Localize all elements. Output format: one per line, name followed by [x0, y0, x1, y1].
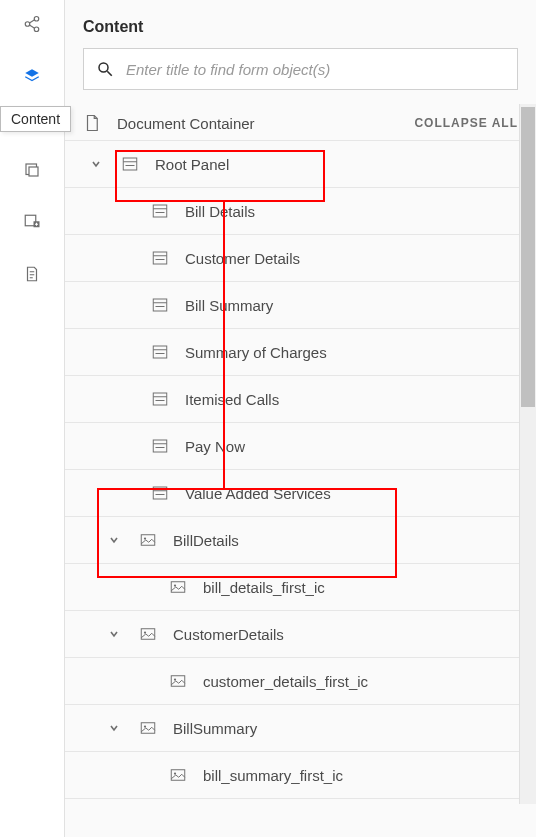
svg-line-3 [29, 20, 34, 23]
tree-row[interactable]: Customer Details [65, 235, 536, 282]
svg-line-4 [29, 25, 34, 28]
svg-point-2 [34, 27, 39, 32]
tree-node-label: Value Added Services [185, 485, 331, 502]
tree-node-label: Bill Details [185, 203, 255, 220]
panel-icon [119, 155, 141, 173]
panel-icon [149, 484, 171, 502]
content-panel: Content Document Container COLLAPSE ALL … [65, 0, 536, 837]
tree-node-label: Bill Summary [185, 297, 273, 314]
search-input[interactable] [126, 61, 505, 78]
tree-row[interactable]: Root Panel [65, 141, 536, 188]
image-icon [137, 719, 159, 737]
svg-line-16 [107, 71, 112, 76]
tree-row[interactable]: customer_details_first_ic [65, 658, 536, 705]
tree-row[interactable]: Itemised Calls [65, 376, 536, 423]
image-icon [137, 531, 159, 549]
svg-rect-23 [153, 252, 167, 264]
svg-point-44 [174, 584, 176, 586]
tree-node-label: BillDetails [173, 532, 239, 549]
tree-row[interactable]: BillSummary [65, 705, 536, 752]
tree-row[interactable]: Bill Details [65, 188, 536, 235]
svg-point-1 [25, 22, 30, 27]
components-icon[interactable] [22, 264, 42, 284]
panel-icon [149, 202, 171, 220]
tree-node-label: Root Panel [155, 156, 229, 173]
collapse-all-button[interactable]: COLLAPSE ALL [414, 116, 518, 130]
image-icon [167, 578, 189, 596]
svg-point-0 [34, 17, 39, 22]
svg-marker-5 [25, 69, 39, 77]
svg-point-15 [99, 63, 108, 72]
document-icon [83, 114, 103, 132]
search-box [83, 48, 518, 90]
tree-node-label: BillSummary [173, 720, 257, 737]
svg-rect-35 [153, 440, 167, 452]
image-icon [167, 766, 189, 784]
tree-container: Document Container COLLAPSE ALL Root Pan… [65, 104, 536, 837]
tree-root-row[interactable]: Document Container COLLAPSE ALL [65, 106, 536, 141]
svg-rect-29 [153, 346, 167, 358]
svg-point-52 [174, 772, 176, 774]
sidebar-tooltip: Content [0, 106, 71, 132]
tree-row[interactable]: Bill Summary [65, 282, 536, 329]
svg-rect-26 [153, 299, 167, 311]
image-icon [137, 625, 159, 643]
tree-row[interactable]: bill_details_first_ic [65, 564, 536, 611]
tree-row[interactable]: CustomerDetails [65, 611, 536, 658]
scrollbar[interactable] [519, 104, 536, 804]
share-icon[interactable] [22, 14, 42, 34]
panel-icon [149, 343, 171, 361]
svg-point-48 [174, 678, 176, 680]
svg-rect-17 [123, 158, 137, 170]
scrollbar-thumb[interactable] [521, 107, 535, 407]
panel-icon [149, 296, 171, 314]
tree-row[interactable]: bill_summary_first_ic [65, 752, 536, 799]
tree-node-label: Summary of Charges [185, 344, 327, 361]
tree-node-label: bill_summary_first_ic [203, 767, 343, 784]
layers-icon[interactable] [22, 66, 42, 86]
svg-rect-38 [153, 487, 167, 499]
svg-rect-32 [153, 393, 167, 405]
chevron-down-icon[interactable] [105, 629, 123, 639]
svg-rect-7 [29, 167, 38, 176]
tree-row[interactable]: Summary of Charges [65, 329, 536, 376]
search-icon [96, 60, 114, 78]
image-icon [167, 672, 189, 690]
scrollbar-up-icon[interactable] [519, 104, 536, 105]
panel-icon [149, 437, 171, 455]
assets-icon[interactable] [22, 212, 42, 232]
tree-node-label: CustomerDetails [173, 626, 284, 643]
chevron-down-icon[interactable] [105, 535, 123, 545]
tree-node-label: bill_details_first_ic [203, 579, 325, 596]
chevron-down-icon[interactable] [105, 723, 123, 733]
panel-icon [149, 249, 171, 267]
svg-point-46 [144, 631, 146, 633]
tree-node-label: Itemised Calls [185, 391, 279, 408]
tree-node-label: customer_details_first_ic [203, 673, 368, 690]
svg-point-42 [144, 537, 146, 539]
svg-rect-20 [153, 205, 167, 217]
panel-icon [149, 390, 171, 408]
chevron-down-icon[interactable] [87, 159, 105, 169]
tree-node-label: Customer Details [185, 250, 300, 267]
tree-row[interactable]: Pay Now [65, 423, 536, 470]
data-source-icon[interactable] [22, 160, 42, 180]
tree-row[interactable]: Value Added Services [65, 470, 536, 517]
tree-row[interactable]: BillDetails [65, 517, 536, 564]
tree-node-label: Pay Now [185, 438, 245, 455]
panel-title: Content [83, 18, 518, 36]
document-container-label: Document Container [117, 115, 414, 132]
svg-point-50 [144, 725, 146, 727]
